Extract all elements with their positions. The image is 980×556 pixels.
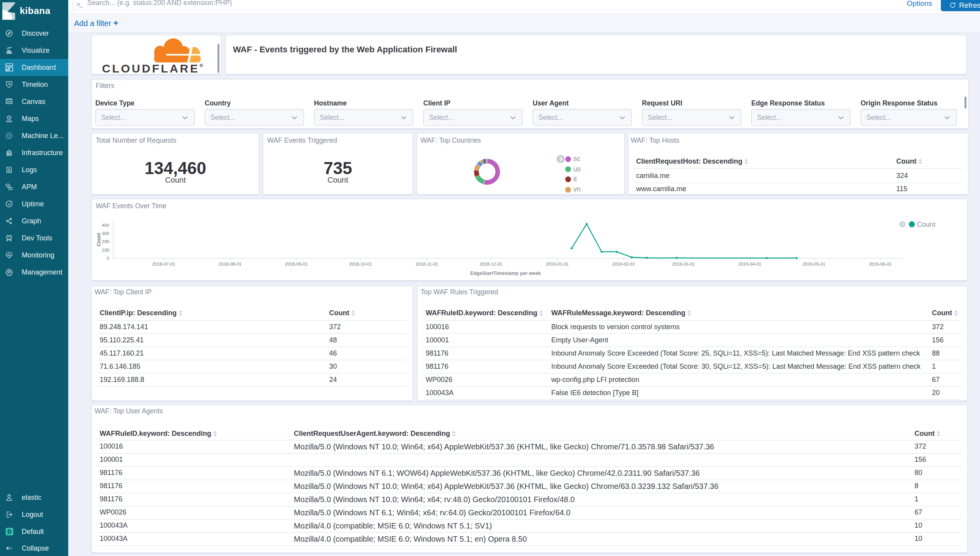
svg-text:0: 0 bbox=[107, 256, 109, 261]
svg-text:2019-05-01: 2019-05-01 bbox=[802, 262, 825, 266]
svg-text:Count: Count bbox=[96, 233, 102, 247]
svg-text:D: D bbox=[7, 528, 11, 535]
svg-text:300: 300 bbox=[102, 231, 109, 236]
svg-text:2018-07-01: 2018-07-01 bbox=[152, 262, 175, 266]
svg-text:2018-11-01: 2018-11-01 bbox=[416, 262, 438, 266]
svg-text:EdgeStartTimestamp per week: EdgeStartTimestamp per week bbox=[470, 271, 541, 276]
svg-text:Count: Count bbox=[917, 221, 935, 228]
svg-text:2019-01-01: 2019-01-01 bbox=[546, 262, 569, 266]
svg-text:2019-04-01: 2019-04-01 bbox=[738, 262, 761, 266]
svg-text:2018-08-01: 2018-08-01 bbox=[219, 262, 242, 266]
svg-text:100: 100 bbox=[102, 248, 109, 252]
svg-text:400: 400 bbox=[102, 223, 109, 228]
svg-text:200: 200 bbox=[102, 239, 109, 244]
svg-text:2019-06-01: 2019-06-01 bbox=[869, 262, 892, 266]
svg-text:2018-10-01: 2018-10-01 bbox=[349, 262, 372, 266]
svg-text:2019-03-01: 2019-03-01 bbox=[672, 262, 695, 266]
svg-text:2018-09-01: 2018-09-01 bbox=[285, 262, 308, 266]
svg-text:2019-02-01: 2019-02-01 bbox=[612, 262, 635, 266]
svg-text:2018-12-01: 2018-12-01 bbox=[480, 262, 502, 266]
